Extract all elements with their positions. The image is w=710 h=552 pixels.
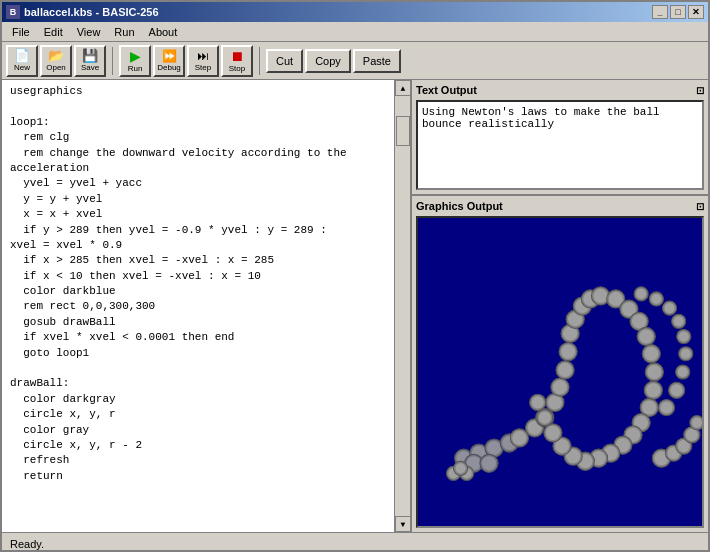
cut-button[interactable]: Cut <box>266 49 303 73</box>
menu-about[interactable]: About <box>143 24 184 40</box>
svg-point-70 <box>546 426 560 440</box>
status-bar: Ready. <box>2 532 708 552</box>
graphics-svg <box>418 218 702 526</box>
right-panel: Text Output ⊡ Using Newton's laws to mak… <box>412 80 708 532</box>
svg-point-14 <box>512 431 526 445</box>
code-scroll-area[interactable]: usegraphics loop1: rem clg rem change th… <box>2 80 410 532</box>
main-content: usegraphics loop1: rem clg rem change th… <box>2 80 708 532</box>
svg-point-98 <box>681 349 691 359</box>
graphics-output-title: Graphics Output <box>416 200 503 212</box>
svg-point-84 <box>692 418 702 428</box>
svg-point-50 <box>646 383 660 397</box>
vertical-scrollbar[interactable]: ▲ ▼ <box>394 80 410 532</box>
menu-view[interactable]: View <box>71 24 107 40</box>
stop-button[interactable]: ⏹ Stop <box>221 45 253 77</box>
app-icon: B <box>6 5 20 19</box>
svg-point-36 <box>593 289 607 303</box>
menu-bar: File Edit View Run About <box>2 22 708 42</box>
svg-point-12 <box>482 456 496 470</box>
run-label: Run <box>128 64 143 73</box>
code-editor[interactable]: usegraphics loop1: rem clg rem change th… <box>2 80 410 488</box>
minimize-button[interactable]: _ <box>652 5 668 19</box>
svg-point-26 <box>561 345 575 359</box>
save-icon: 💾 <box>82 49 98 62</box>
graphics-output-restore-button[interactable]: ⊡ <box>696 201 704 212</box>
copy-button[interactable]: Copy <box>305 49 351 73</box>
new-label: New <box>14 63 30 72</box>
svg-point-24 <box>558 363 572 377</box>
svg-point-92 <box>660 401 672 413</box>
debug-button[interactable]: ⏩ Debug <box>153 45 185 77</box>
svg-point-74 <box>532 396 544 408</box>
step-icon: ⏭ <box>197 50 209 62</box>
svg-point-38 <box>609 292 623 306</box>
svg-point-44 <box>639 329 653 343</box>
open-icon: 📂 <box>48 49 64 62</box>
status-text: Ready. <box>10 538 44 550</box>
graphics-output-box <box>416 216 704 528</box>
run-button[interactable]: ▶ Run <box>119 45 151 77</box>
step-label: Step <box>195 63 211 72</box>
svg-point-48 <box>647 365 661 379</box>
svg-point-6 <box>487 441 501 455</box>
text-output-section: Text Output ⊡ Using Newton's laws to mak… <box>412 80 708 196</box>
stop-icon: ⏹ <box>230 49 244 63</box>
code-pane: usegraphics loop1: rem clg rem change th… <box>2 80 412 532</box>
graphics-output-section: Graphics Output ⊡ <box>412 196 708 532</box>
open-label: Open <box>46 63 66 72</box>
scroll-thumb[interactable] <box>396 116 410 146</box>
toolbar-separator-1 <box>112 47 113 75</box>
new-button[interactable]: 📄 New <box>6 45 38 77</box>
text-output-header: Text Output ⊡ <box>416 84 704 96</box>
text-output-box[interactable]: Using Newton's laws to make the ball bou… <box>416 100 704 190</box>
paste-button[interactable]: Paste <box>353 49 401 73</box>
new-icon: 📄 <box>14 49 30 62</box>
svg-point-22 <box>553 380 567 394</box>
svg-point-108 <box>636 289 646 299</box>
svg-point-104 <box>664 303 674 313</box>
svg-point-96 <box>678 367 688 377</box>
debug-label: Debug <box>157 63 181 72</box>
stop-label: Stop <box>229 64 245 73</box>
save-label: Save <box>81 63 99 72</box>
toolbar: 📄 New 📂 Open 💾 Save ▶ Run ⏩ Debug ⏭ Step… <box>2 42 708 80</box>
title-bar-text: B ballaccel.kbs - BASIC-256 <box>6 5 159 19</box>
svg-point-82 <box>686 429 698 441</box>
svg-point-94 <box>671 384 683 396</box>
text-output-restore-button[interactable]: ⊡ <box>696 85 704 96</box>
svg-point-106 <box>651 294 661 304</box>
menu-file[interactable]: File <box>6 24 36 40</box>
graphics-output-header: Graphics Output ⊡ <box>416 200 704 212</box>
svg-point-46 <box>644 347 658 361</box>
svg-point-102 <box>674 316 684 326</box>
svg-point-20 <box>548 395 562 409</box>
scroll-track[interactable] <box>395 96 410 532</box>
menu-edit[interactable]: Edit <box>38 24 69 40</box>
scroll-up-button[interactable]: ▲ <box>395 80 410 96</box>
svg-point-72 <box>539 412 551 424</box>
svg-point-100 <box>679 331 689 341</box>
toolbar-separator-2 <box>259 47 260 75</box>
close-button[interactable]: ✕ <box>688 5 704 19</box>
svg-point-52 <box>642 400 656 414</box>
step-button[interactable]: ⏭ Step <box>187 45 219 77</box>
run-icon: ▶ <box>130 49 141 63</box>
debug-icon: ⏩ <box>162 50 177 62</box>
menu-run[interactable]: Run <box>108 24 140 40</box>
title-buttons: _ □ ✕ <box>652 5 704 19</box>
window-title: ballaccel.kbs - BASIC-256 <box>24 6 159 18</box>
svg-point-42 <box>632 314 646 328</box>
save-button[interactable]: 💾 Save <box>74 45 106 77</box>
svg-point-90 <box>456 463 466 473</box>
open-button[interactable]: 📂 Open <box>40 45 72 77</box>
text-output-content: Using Newton's laws to make the ball bou… <box>422 106 660 130</box>
text-output-title: Text Output <box>416 84 477 96</box>
title-bar: B ballaccel.kbs - BASIC-256 _ □ ✕ <box>2 2 708 22</box>
maximize-button[interactable]: □ <box>670 5 686 19</box>
scroll-down-button[interactable]: ▼ <box>395 516 410 532</box>
